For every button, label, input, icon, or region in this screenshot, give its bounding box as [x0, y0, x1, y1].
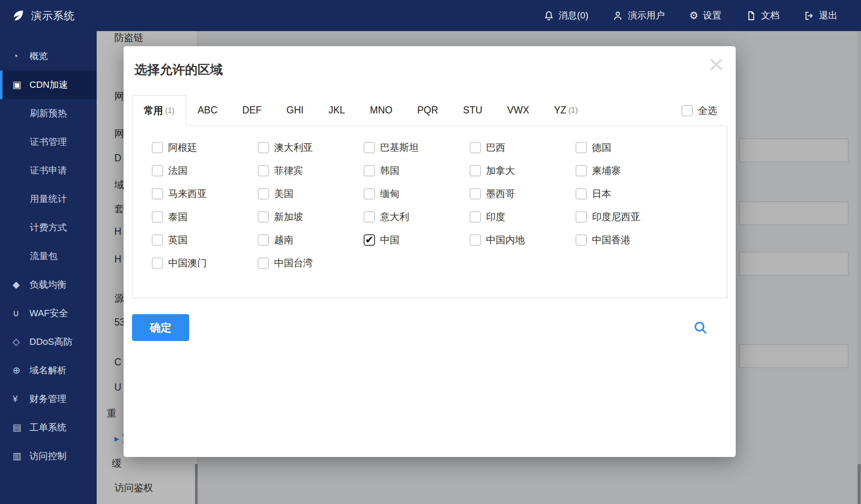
region-option[interactable]: ✔ 澳大利亚	[258, 142, 364, 153]
region-tab[interactable]: PQR	[406, 95, 452, 126]
checkbox[interactable]: ✔	[258, 257, 269, 269]
region-option[interactable]: ✔ 阿根廷	[152, 142, 258, 153]
user-menu[interactable]: 演示用户	[613, 9, 665, 22]
sidebar-item[interactable]: ◔ 概览	[0, 42, 97, 71]
sidebar-item-label: 证书申请	[30, 164, 67, 177]
docs-button[interactable]: 文档	[746, 9, 779, 22]
document-icon	[746, 10, 756, 21]
region-label: 意大利	[380, 210, 409, 223]
checkbox[interactable]: ✔	[470, 211, 481, 223]
region-option[interactable]: ✔ 柬埔寨	[576, 165, 681, 176]
sidebar-item[interactable]: ▣ CDN加速	[0, 71, 97, 99]
region-label: 中国澳门	[168, 257, 207, 270]
search-button[interactable]	[693, 320, 708, 335]
region-option[interactable]: ✔ 中国台湾	[258, 257, 364, 269]
region-option[interactable]: ✔ 意大利	[364, 211, 470, 223]
sidebar-item[interactable]: 流量包	[0, 242, 97, 270]
checkbox[interactable]: ✔	[576, 234, 587, 246]
close-button[interactable]: ×	[709, 51, 724, 77]
region-label: 美国	[274, 187, 293, 200]
region-tab[interactable]: MNO	[359, 95, 406, 126]
checkbox[interactable]: ✔	[258, 188, 269, 200]
region-option[interactable]: ✔ 巴基斯坦	[364, 142, 470, 153]
region-tab[interactable]: VWX	[496, 95, 542, 126]
tab-label: GHI	[286, 105, 304, 116]
region-option[interactable]: ✔ 韩国	[364, 165, 470, 176]
region-option[interactable]: ✔ 中国香港	[576, 234, 681, 246]
checkbox[interactable]: ✔	[470, 165, 481, 176]
region-option[interactable]: ✔ 中国澳门	[152, 257, 258, 269]
region-label: 越南	[274, 234, 293, 247]
region-tab[interactable]: GHI	[275, 95, 317, 126]
region-option[interactable]: ✔ 巴西	[470, 142, 576, 153]
checkbox[interactable]: ✔	[364, 188, 375, 200]
confirm-button[interactable]: 确定	[132, 314, 189, 341]
checkbox[interactable]: ✔	[152, 188, 163, 200]
region-option[interactable]: ✔ 泰国	[152, 211, 258, 223]
region-option[interactable]: ✔ 新加坡	[258, 211, 364, 223]
region-option[interactable]: ✔ 美国	[258, 188, 364, 200]
sidebar-item[interactable]: ◇ DDoS高防	[0, 328, 97, 356]
checkbox[interactable]: ✔	[576, 211, 587, 223]
region-option[interactable]: ✔ 日本	[576, 188, 681, 200]
sidebar-item[interactable]: 用量统计	[0, 185, 97, 213]
checkbox[interactable]: ✔	[576, 188, 587, 200]
checkbox[interactable]: ✔	[470, 188, 481, 200]
region-option[interactable]: ✔ 印度	[470, 211, 576, 223]
checkbox[interactable]: ✔	[364, 234, 375, 246]
region-tab[interactable]: JKL	[317, 95, 359, 126]
checkbox[interactable]: ✔	[364, 165, 375, 176]
tab-label: JKL	[328, 105, 345, 116]
settings-label: 设置	[703, 9, 721, 22]
checkbox[interactable]: ✔	[576, 165, 587, 176]
checkbox[interactable]: ✔	[152, 211, 163, 223]
region-option[interactable]: ✔ 缅甸	[364, 188, 470, 200]
region-tab[interactable]: ABC	[186, 95, 231, 126]
region-option[interactable]: ✔ 越南	[258, 234, 364, 246]
checkbox[interactable]: ✔	[364, 211, 375, 223]
checkbox[interactable]: ✔	[364, 142, 375, 153]
region-tab[interactable]: DEF	[231, 95, 275, 126]
sidebar-item[interactable]: ▤ 工单系统	[0, 413, 97, 442]
checkbox[interactable]: ✔	[470, 234, 481, 246]
region-tab[interactable]: YZ(1)	[543, 95, 589, 126]
checkbox[interactable]: ✔	[576, 142, 587, 153]
region-option[interactable]: ✔ 中国	[364, 234, 470, 246]
bell-icon	[544, 10, 554, 21]
logout-button[interactable]: 退出	[804, 9, 837, 22]
sidebar-item[interactable]: ◆ 负载均衡	[0, 270, 97, 299]
region-option[interactable]: ✔ 德国	[576, 142, 681, 153]
sidebar-item[interactable]: 证书申请	[0, 156, 97, 185]
region-option[interactable]: ✔ 墨西哥	[470, 188, 576, 200]
sidebar-item[interactable]: ∪ WAF安全	[0, 299, 97, 328]
checkbox[interactable]: ✔	[258, 234, 269, 246]
region-option[interactable]: ✔ 印度尼西亚	[576, 211, 681, 223]
checkbox[interactable]: ✔	[258, 142, 269, 153]
region-option[interactable]: ✔ 中国内地	[470, 234, 576, 246]
checkbox[interactable]: ✔	[152, 142, 163, 153]
region-option[interactable]: ✔ 马来西亚	[152, 188, 258, 200]
sidebar-item[interactable]: ⊕ 域名解析	[0, 356, 97, 385]
checkbox[interactable]: ✔	[152, 257, 163, 269]
sidebar-item[interactable]: 证书管理	[0, 128, 97, 156]
sidebar-item[interactable]: 计费方式	[0, 213, 97, 242]
checkbox[interactable]: ✔	[258, 211, 269, 223]
app-brand[interactable]: 演示系统	[0, 9, 75, 23]
checkbox[interactable]: ✔	[152, 165, 163, 176]
region-option[interactable]: ✔ 加拿大	[470, 165, 576, 176]
messages-button[interactable]: 消息(0)	[544, 9, 589, 22]
checkbox[interactable]: ✔	[258, 165, 269, 176]
region-tab[interactable]: 常用(1)	[132, 95, 186, 126]
region-tab[interactable]: STU	[452, 95, 496, 126]
settings-button[interactable]: ⚙ 设置	[689, 9, 721, 22]
sidebar-item[interactable]: ▥ 访问控制	[0, 442, 97, 470]
checkbox	[681, 105, 693, 116]
select-all-checkbox[interactable]: 全选	[681, 104, 717, 117]
sidebar-item[interactable]: 刷新预热	[0, 99, 97, 128]
checkbox[interactable]: ✔	[152, 234, 163, 246]
sidebar-item[interactable]: ¥ 财务管理	[0, 385, 97, 413]
region-option[interactable]: ✔ 英国	[152, 234, 258, 246]
checkbox[interactable]: ✔	[470, 142, 481, 153]
region-option[interactable]: ✔ 菲律宾	[258, 165, 364, 176]
region-option[interactable]: ✔ 法国	[152, 165, 258, 176]
